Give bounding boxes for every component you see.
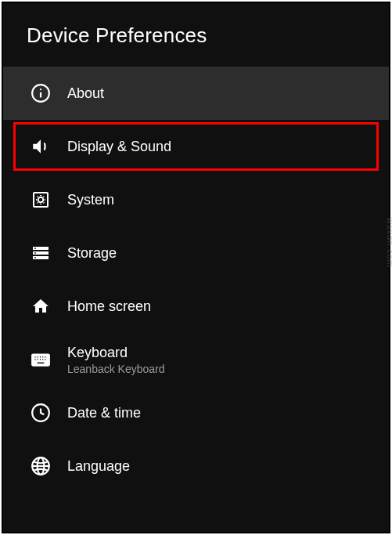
item-label: System [67,192,114,208]
svg-point-8 [34,248,36,249]
svg-point-10 [34,257,36,258]
list-item-display-sound[interactable]: Display & Sound [11,120,381,173]
svg-rect-3 [34,193,48,207]
globe-icon [30,455,52,477]
svg-point-4 [38,197,44,203]
item-label: Home screen [67,298,151,315]
speaker-icon [30,136,52,157]
storage-icon [30,242,52,264]
info-icon [30,82,52,104]
item-label: Storage [67,245,117,262]
item-label: Date & time [67,405,141,421]
page-title: Device Preferences [27,23,365,48]
item-label: Keyboard [67,345,165,361]
item-label: Language [67,458,130,475]
list-item-keyboard[interactable]: Keyboard Leanback Keyboard [3,333,389,386]
item-label: About [67,85,104,102]
list-item-date-time[interactable]: Date & time [3,386,389,439]
svg-point-9 [34,252,36,254]
header: Device Preferences [3,3,389,67]
keyboard-icon [30,349,52,371]
clock-icon [30,402,52,424]
list-item-system[interactable]: System [3,173,389,226]
svg-point-2 [40,89,41,90]
home-icon [30,295,52,317]
list-item-about[interactable]: About [3,67,389,120]
watermark-text: wsxdn.com [386,217,392,267]
settings-list: About Display & Sound [3,67,389,493]
system-icon [30,189,52,211]
list-item-language[interactable]: Language [3,439,389,493]
list-item-storage[interactable]: Storage [3,226,389,280]
item-sublabel: Leanback Keyboard [67,363,165,375]
item-label: Display & Sound [67,139,171,155]
list-item-home-screen[interactable]: Home screen [3,280,389,333]
settings-panel: Device Preferences About [2,2,390,533]
